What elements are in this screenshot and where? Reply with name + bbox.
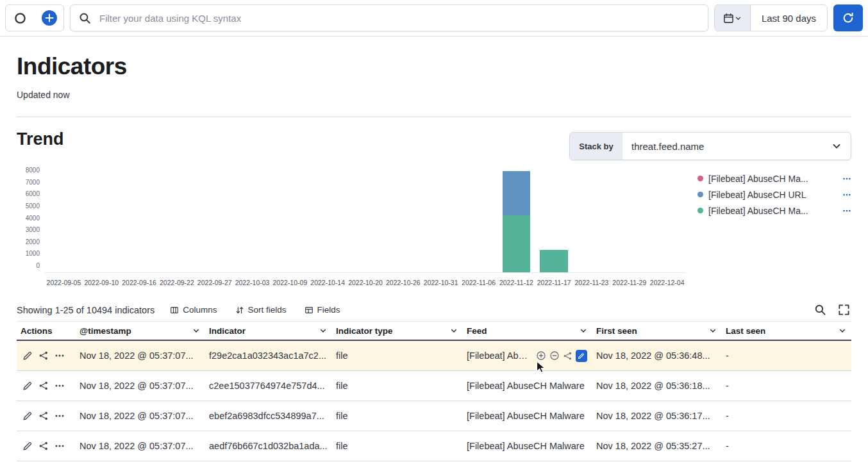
edit-icon[interactable] — [22, 351, 33, 361]
columns-icon — [170, 306, 179, 315]
calendar-icon — [723, 13, 734, 24]
sort-fields-button[interactable]: Sort fields — [233, 304, 289, 316]
row-actions — [17, 401, 76, 431]
column-header-indicator[interactable]: Indicator — [205, 322, 332, 340]
inspect-icon — [814, 304, 826, 316]
indicator-type-cell: file — [332, 401, 463, 431]
last-seen-cell: - — [722, 431, 851, 461]
x-axis-label: 2022-09-27 — [196, 279, 233, 286]
add-filter-button[interactable] — [37, 6, 62, 30]
refresh-icon — [842, 12, 854, 24]
pencil-icon — [578, 352, 585, 359]
column-header-last-seen[interactable]: Last seen — [722, 322, 851, 340]
fullscreen-button[interactable] — [837, 302, 851, 317]
investigate-in-timeline-icon[interactable] — [38, 351, 49, 361]
x-axis-label: 2022-10-09 — [271, 279, 309, 286]
stack-by-value: threat.feed.name — [631, 141, 704, 152]
column-menu-chevron-icon[interactable] — [709, 327, 717, 334]
legend-item[interactable]: [Filebeat] AbuseCH Ma... — [697, 170, 851, 186]
investigate-in-timeline-icon[interactable] — [38, 441, 49, 451]
search-icon — [79, 12, 91, 24]
edit-icon[interactable] — [22, 411, 33, 421]
more-actions-icon[interactable] — [54, 441, 65, 451]
edit-icon[interactable] — [22, 441, 33, 451]
last-seen-cell: - — [722, 401, 851, 431]
updated-status: Updated now — [17, 90, 851, 100]
indicator-type-cell: file — [332, 341, 463, 370]
table-row[interactable]: Nov 18, 2022 @ 05:37:07... c2ee150377649… — [17, 371, 851, 401]
indicator-cell: aedf76b667c1d032ba1ada... — [205, 431, 332, 461]
x-axis-label: 2022-09-10 — [83, 279, 121, 286]
x-axis-label: 2022-09-16 — [121, 279, 158, 286]
first-seen-cell: Nov 18, 2022 @ 05:36:18... — [592, 371, 722, 400]
legend-item[interactable]: [Filebeat] AbuseCH URL — [697, 186, 851, 202]
bar-segment[interactable] — [503, 171, 531, 215]
kql-search-input[interactable] — [98, 12, 699, 24]
column-menu-chevron-icon[interactable] — [580, 327, 587, 334]
filter-out-icon[interactable] — [549, 351, 560, 361]
legend-more-icon[interactable] — [842, 206, 851, 215]
table-row[interactable]: Nov 18, 2022 @ 05:37:07... aedf76b667c1d… — [17, 431, 851, 461]
legend-item[interactable]: [Filebeat] AbuseCH Ma... — [697, 202, 851, 219]
kql-search-box[interactable] — [70, 4, 708, 31]
trend-title: Trend — [17, 129, 64, 149]
edit-icon[interactable] — [22, 381, 33, 391]
more-actions-icon[interactable] — [54, 381, 65, 391]
legend-more-icon[interactable] — [842, 190, 851, 199]
fields-icon — [305, 306, 313, 315]
timestamp-cell: Nov 18, 2022 @ 05:37:07... — [76, 431, 205, 461]
column-header-actions: Actions — [17, 322, 76, 340]
plus-circle-icon — [41, 10, 58, 26]
trend-chart-plot — [45, 170, 686, 273]
chevron-down-icon — [735, 15, 742, 22]
inspect-button[interactable] — [813, 302, 828, 317]
fields-button[interactable]: Fields — [302, 304, 343, 316]
y-axis-tick: 6000 — [26, 190, 40, 198]
column-header-feed[interactable]: Feed — [463, 322, 592, 340]
y-axis-tick: 4000 — [26, 215, 40, 222]
column-menu-chevron-icon[interactable] — [319, 327, 327, 334]
trend-chart-yaxis: 010002000300040005000600070008000 — [17, 170, 45, 273]
more-actions-icon[interactable] — [54, 351, 65, 361]
date-quick-select-button[interactable] — [715, 5, 751, 31]
investigate-in-timeline-icon[interactable] — [38, 411, 49, 421]
stack-by-control: Stack by threat.feed.name — [569, 132, 851, 160]
columns-button[interactable]: Columns — [167, 304, 219, 316]
date-range-button[interactable]: Last 90 days — [751, 5, 827, 31]
page-header: Indicators Updated now — [0, 37, 868, 100]
column-header-indicator-type[interactable]: Indicator type — [332, 322, 463, 340]
saved-query-menu-button[interactable] — [8, 6, 33, 30]
refresh-button[interactable] — [833, 4, 863, 31]
legend-more-icon[interactable] — [842, 174, 851, 183]
y-axis-tick: 0 — [36, 262, 40, 270]
column-menu-chevron-icon[interactable] — [839, 327, 846, 334]
first-seen-cell: Nov 18, 2022 @ 05:36:17... — [592, 401, 722, 431]
bar-segment[interactable] — [503, 215, 531, 272]
bar-segment[interactable] — [540, 250, 568, 272]
column-header-first-seen[interactable]: First seen — [592, 322, 722, 340]
filter-in-icon[interactable] — [536, 351, 546, 361]
legend-dot — [697, 192, 703, 197]
column-menu-chevron-icon[interactable] — [450, 327, 458, 334]
column-menu-chevron-icon[interactable] — [192, 327, 200, 334]
feed-cell: [Filebeat] AbuseCH Malware — [463, 371, 592, 400]
x-axis-label: 2022-10-31 — [422, 279, 460, 286]
x-axis-label: 2022-11-23 — [573, 279, 611, 286]
trend-section: Trend Stack by threat.feed.name 01000200… — [0, 117, 868, 286]
table-row[interactable]: Nov 18, 2022 @ 05:37:07... f29e2ca1a0323… — [17, 341, 851, 371]
table-row[interactable]: Nov 18, 2022 @ 05:37:07... ebef2a6983dfc… — [17, 401, 851, 431]
indicator-cell: f29e2ca1a032343ac1a7c2... — [205, 341, 332, 370]
feed-cell: [Filebeat] AbuseCH Malware — [463, 431, 592, 461]
stack-by-select[interactable]: threat.feed.name — [622, 133, 851, 160]
x-axis-label: 2022-12-04 — [648, 279, 686, 286]
investigate-in-timeline-icon[interactable] — [38, 381, 49, 391]
x-axis-label: 2022-11-29 — [610, 279, 648, 286]
stack-by-label: Stack by — [570, 133, 622, 160]
copy-to-clipboard-button[interactable] — [576, 350, 587, 362]
table-header: Actions @timestamp Indicator Indicator t… — [17, 321, 851, 341]
x-axis-label: 2022-10-03 — [233, 279, 271, 286]
results-summary: Showing 1-25 of 10494 indicators — [17, 305, 154, 315]
more-actions-icon[interactable] — [54, 411, 65, 421]
column-header-timestamp[interactable]: @timestamp — [76, 322, 205, 340]
add-to-timeline-icon[interactable] — [563, 351, 572, 361]
